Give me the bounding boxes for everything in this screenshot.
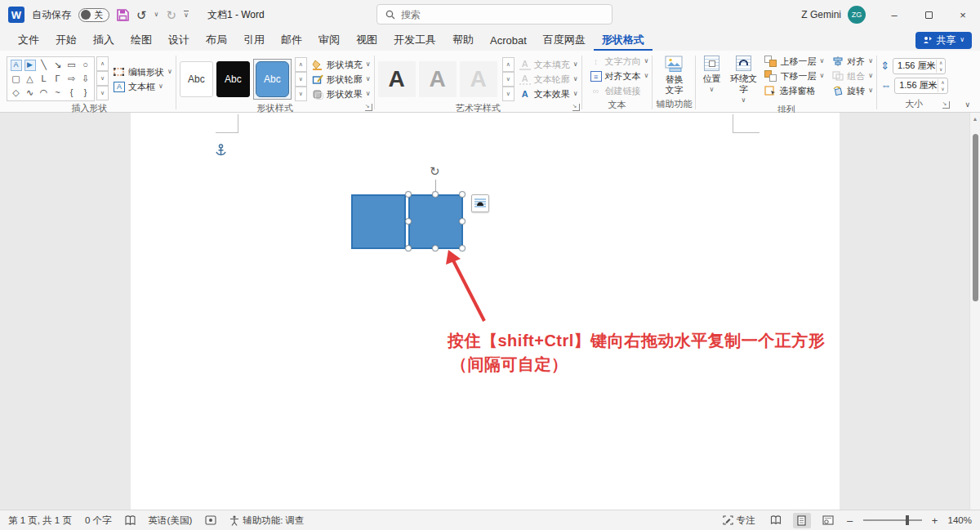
tab-layout[interactable]: 布局 [198,29,235,51]
redo-button[interactable]: ↻ [166,9,176,21]
tab-draw[interactable]: 绘图 [122,29,160,51]
user-name[interactable]: Z Gemini [801,9,841,20]
language-indicator[interactable]: 英语(美国) [149,514,193,527]
shape-gallery-item[interactable]: L [41,74,46,83]
word-count[interactable]: 0 个字 [85,514,112,527]
save-button[interactable] [117,9,129,21]
height-step-up-button[interactable]: ∧ [937,60,945,66]
undo-chevron-icon[interactable]: ∨ [154,11,159,18]
share-button[interactable]: 共享 ∨ [915,32,972,49]
shape-gallery-item[interactable]: ∿ [26,88,33,97]
resize-handle-s[interactable] [432,245,439,252]
shape-style-preview[interactable]: Abc [216,61,250,97]
tab-developer[interactable]: 开发工具 [385,29,444,51]
resize-handle-sw[interactable] [405,245,412,252]
rotate-button[interactable]: 旋转 ∨ [832,85,873,97]
wordart-preview[interactable]: A [378,61,416,97]
create-link-button[interactable]: ∞ 创建链接 [590,85,649,97]
selection-pane-button[interactable]: 选择窗格 [764,85,824,97]
shape-height-field[interactable]: ∧ ∨ [893,58,946,74]
close-button[interactable]: × [946,0,980,29]
collapse-ribbon-button[interactable]: ∨ [964,100,970,109]
wordart-scroll-down-button[interactable]: ∨ [502,72,514,87]
tab-mailings[interactable]: 邮件 [273,29,310,51]
position-button[interactable]: 位置 ∨ [699,53,724,93]
shape-gallery-item[interactable]: A [11,60,22,71]
shape-gallery-item[interactable]: ◠ [40,88,48,97]
page-indicator[interactable]: 第 1 页, 共 1 页 [8,514,72,527]
print-layout-button[interactable] [793,513,811,528]
resize-handle-nw[interactable] [405,191,412,198]
search-input[interactable] [401,9,581,20]
wordart-preview[interactable]: A [419,61,457,97]
zoom-slider[interactable] [863,519,922,521]
proofing-button[interactable] [125,515,136,526]
tab-help[interactable]: 帮助 [444,29,482,51]
web-layout-button[interactable] [819,513,837,528]
focus-mode-button[interactable]: 专注 [723,514,755,527]
scroll-up-arrow-icon[interactable]: ▲ [970,113,980,122]
shape-gallery-item[interactable]: ⇩ [82,74,89,83]
shape-gallery-item[interactable]: { [70,88,74,97]
text-box-button[interactable]: A 文本框 ∨ [114,81,172,93]
wordart-preview[interactable]: A [460,61,497,97]
tab-insert[interactable]: 插入 [85,29,122,51]
shape-styles-dialog-launcher[interactable]: ↘ [365,104,372,111]
shape-gallery-item[interactable]: ╲ [41,60,47,69]
alt-text-button[interactable]: 替换文字 [660,53,688,96]
tab-design[interactable]: 设计 [160,29,198,51]
document-page[interactable]: ↻ [131,113,840,510]
tab-references[interactable]: 引用 [235,29,273,51]
tab-file[interactable]: 文件 [10,29,47,51]
shape-gallery-item[interactable]: } [84,88,87,97]
shape-width-field[interactable]: ∧ ∨ [894,78,947,94]
styles-more-button[interactable]: ∨ [295,87,307,101]
tab-home[interactable]: 开始 [47,29,85,51]
scrollbar-thumb[interactable] [973,134,978,301]
shape-outline-button[interactable]: 形状轮廓 ∨ [312,73,371,86]
resize-handle-n[interactable] [432,191,439,198]
edit-shape-button[interactable]: 编辑形状 ∨ [114,66,172,78]
shape-style-preview-selected[interactable]: Abc [256,61,289,97]
width-step-down-button[interactable]: ∨ [938,86,947,92]
tab-baidu-netdisk[interactable]: 百度网盘 [535,29,594,51]
gallery-scroll-down-button[interactable]: ∨ [96,71,109,86]
text-direction-button[interactable]: ↕ 文字方向 ∨ [590,56,649,68]
resize-handle-e[interactable] [459,218,466,225]
shape-gallery-item[interactable]: ▶ [24,60,36,71]
shape-gallery-item[interactable]: ◇ [12,88,19,97]
shape-fill-button[interactable]: 形状填充 ∨ [312,59,371,71]
rotate-handle[interactable]: ↻ [430,165,440,177]
align-button[interactable]: 对齐 ∨ [832,56,873,68]
shape-gallery-item[interactable]: ↘ [54,60,61,69]
undo-button[interactable]: ↺ [136,9,147,21]
shape-square-copy-selected[interactable] [408,194,463,249]
search-box[interactable] [376,4,612,24]
zoom-level[interactable]: 140% [948,515,972,525]
align-text-button[interactable]: ≡ 对齐文本 ∨ [590,70,649,82]
autosave-toggle[interactable]: 关 [78,8,109,22]
accessibility-checker[interactable]: 辅助功能: 调查 [229,514,304,527]
width-step-up-button[interactable]: ∧ [938,79,947,86]
layout-options-button[interactable] [471,194,489,212]
shape-gallery-item[interactable]: ~ [55,88,60,97]
group-objects-button[interactable]: 组合 ∨ [832,70,873,82]
text-fill-button[interactable]: A 文本填充 ∨ [519,59,578,71]
size-dialog-launcher[interactable]: ↘ [942,101,950,109]
height-step-down-button[interactable]: ∨ [937,66,945,73]
shape-gallery-item[interactable]: △ [26,74,33,83]
text-outline-button[interactable]: A 文本轮廓 ∨ [519,73,578,86]
maximize-button[interactable] [911,0,946,29]
user-avatar[interactable]: ZG [848,6,866,24]
bring-forward-button[interactable]: 上移一层 ∨ [764,56,824,68]
shape-gallery-item[interactable]: Γ [55,74,60,83]
styles-scroll-down-button[interactable]: ∨ [295,72,307,87]
zoom-in-button[interactable]: + [930,514,940,527]
zoom-out-button[interactable]: – [845,514,855,527]
shape-width-input[interactable] [895,81,938,91]
tab-review[interactable]: 审阅 [310,29,348,51]
wordart-more-button[interactable]: ∨ [502,87,514,101]
wordart-dialog-launcher[interactable]: ↘ [572,104,580,111]
shape-gallery-item[interactable]: ▭ [67,60,75,69]
wrap-text-button[interactable]: 环绕文字 ∨ [728,53,758,104]
